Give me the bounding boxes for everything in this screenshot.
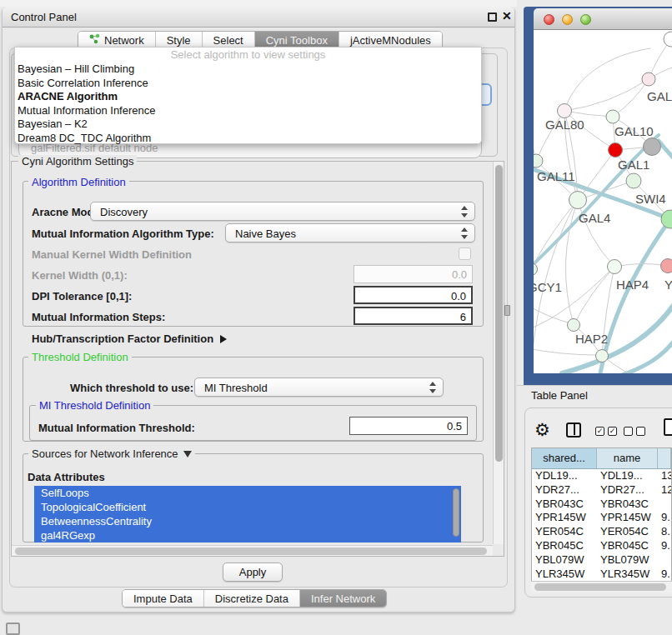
dpi-tolerance-field[interactable]: 0.0 [354, 286, 473, 304]
mi-steps-label: Mutual Information Steps: [32, 311, 165, 323]
network-node-gcy1[interactable] [534, 263, 538, 276]
attribute-item-selfloops[interactable]: SelfLoops [34, 486, 461, 500]
expander-right-icon [220, 335, 227, 343]
stepper-icon [461, 206, 469, 218]
network-node-node-green[interactable] [661, 210, 672, 228]
panel-divider-handle[interactable] [504, 305, 510, 316]
settings-vertical-scrollbar-thumb[interactable] [495, 165, 503, 462]
which-threshold-label: Which threshold to use: [70, 382, 193, 394]
attribute-item-betweennesscentrality[interactable]: BetweennessCentrality [34, 514, 461, 528]
settings-vertical-scrollbar[interactable] [493, 162, 504, 544]
network-node-gal1[interactable] [609, 143, 623, 158]
table-row[interactable]: YBR045CYBR045C9. [532, 539, 671, 553]
close-traffic-light-icon[interactable] [544, 14, 554, 25]
float-window-icon[interactable] [488, 12, 497, 22]
mi-algorithm-type-label: Mutual Information Algorithm Type: [32, 228, 214, 240]
close-icon[interactable]: ✕ [502, 9, 512, 22]
table-row[interactable]: YPR145WYPR145W9. [532, 511, 671, 525]
minimize-traffic-light-icon[interactable] [562, 14, 573, 25]
algorithm-option-bayesian-hill-climbing[interactable]: Bayesian – Hill Climbing [15, 62, 481, 77]
tab-select[interactable]: Select [203, 32, 255, 48]
tab-style[interactable]: Style [156, 32, 203, 48]
hub-definition-expander[interactable]: Hub/Transcription Factor Definition [32, 332, 227, 345]
table-header-row: shared...name [532, 448, 671, 469]
table-horizontal-scrollbar[interactable] [531, 581, 672, 592]
network-node-swi4[interactable] [626, 173, 641, 188]
deselect-all-checkboxes-icon[interactable] [624, 427, 645, 436]
zoom-traffic-light-icon[interactable] [580, 14, 591, 25]
algorithm-option-bayesian-k2[interactable]: Bayesian – K2 [15, 118, 481, 132]
table-cell: 13 [658, 469, 671, 483]
tab-jactivemnodules[interactable]: jActiveMNodules [339, 32, 442, 48]
aracne-mode-combo[interactable]: Discovery [90, 202, 475, 221]
attribute-item-topologicalcoefficient[interactable]: TopologicalCoefficient [34, 500, 461, 514]
network-node-node-bottom[interactable] [596, 350, 609, 362]
mi-threshold-field[interactable]: 0.5 [349, 417, 468, 435]
network-node-label-gcy1: GCY1 [534, 280, 562, 294]
table-row[interactable]: YLR345WYLR345W9. [532, 568, 671, 581]
gear-icon[interactable]: ⚙ [534, 419, 550, 441]
settings-horizontal-scrollbar-thumb[interactable] [15, 548, 487, 555]
tab-cyni-toolbox[interactable]: Cyni Toolbox [255, 32, 339, 48]
network-node-hap2[interactable] [568, 319, 580, 332]
network-node-node-salmon[interactable] [661, 259, 672, 273]
network-node-gal-partial[interactable] [642, 72, 655, 86]
column-header-name[interactable]: name [597, 448, 658, 469]
column-header-col2[interactable] [658, 448, 671, 469]
table-cell: YBR043C [597, 498, 658, 512]
table-horizontal-scrollbar-thumb[interactable] [534, 583, 666, 591]
table-row[interactable]: YDR27...YDR27...12 [532, 483, 671, 498]
unchecked-box-icon [624, 427, 633, 436]
table-cell: YDL19... [597, 469, 658, 483]
tab-network[interactable]: Network [78, 32, 156, 48]
column-header-shared[interactable]: shared... [532, 448, 597, 469]
bottom-tab-impute-data[interactable]: Impute Data [123, 590, 204, 607]
bottom-tabs: Impute DataDiscretize DataInfer Network [122, 589, 387, 608]
attributes-scrollbar-thumb[interactable] [453, 488, 459, 537]
network-node-hap4[interactable] [608, 260, 622, 274]
control-panel-title: Control Panel [11, 11, 77, 23]
data-attributes-list[interactable]: SelfLoopsTopologicalCoefficientBetweenne… [34, 486, 461, 542]
bottom-tab-infer-network[interactable]: Infer Network [300, 590, 386, 607]
network-node-gal11[interactable] [534, 154, 543, 168]
network-edge-thick [600, 219, 670, 373]
mi-algorithm-type-combo[interactable]: Naive Bayes [225, 223, 475, 242]
network-node-gal10[interactable] [606, 110, 619, 123]
columns-icon[interactable] [566, 422, 581, 438]
network-edge [578, 200, 614, 267]
algorithm-option-mutual-information-inference[interactable]: Mutual Information Inference [15, 104, 481, 118]
network-node-node-gray[interactable] [644, 138, 661, 156]
table-cell: YLR345W [532, 568, 597, 581]
select-all-checkboxes-icon[interactable]: ✓ ✓ [595, 427, 617, 436]
mi-steps-field[interactable]: 6 [354, 307, 473, 325]
sources-title[interactable]: Sources for Network Inference [28, 448, 195, 460]
table-row[interactable]: YBL079WYBL079W [532, 553, 671, 568]
network-canvas[interactable]: GALGAL80GAL10GAL1GAL11SWI4GAL4GCY1HAP4YH… [534, 30, 672, 373]
algorithm-option-basic-correlation-inference[interactable]: Basic Correlation Inference [15, 77, 481, 91]
table-cell: 9. [658, 511, 671, 525]
table-cell: YPR145W [532, 511, 597, 525]
apply-button[interactable]: Apply [223, 562, 283, 582]
algorithm-option-dream8-dc-tdc-algorithm[interactable]: Dream8 DC_TDC Algorithm [15, 132, 481, 146]
manual-kernel-checkbox[interactable] [459, 248, 471, 260]
attribute-item-gal4rgexp[interactable]: gal4RGexp [34, 528, 461, 542]
table-row[interactable]: YDL19...YDL19...13 [532, 469, 671, 483]
which-threshold-combo[interactable]: MI Threshold [194, 378, 444, 397]
network-node-gal4[interactable] [569, 192, 587, 209]
bottom-tab-discretize-data[interactable]: Discretize Data [204, 590, 300, 607]
threshold-definition-title: Threshold Definition [28, 351, 132, 363]
table-row[interactable]: YBR043CYBR043C [532, 498, 671, 512]
table-panel-separator [517, 385, 672, 386]
sources-title-label: Sources for Network Inference [32, 448, 178, 460]
table-row[interactable]: YER054CYER054C8. [532, 525, 671, 539]
network-node-gal80[interactable] [558, 104, 572, 118]
settings-horizontal-scrollbar[interactable] [12, 545, 493, 556]
dpi-tolerance-label: DPI Tolerance [0,1]: [32, 290, 132, 302]
network-node-node-top-right[interactable] [664, 32, 672, 47]
algorithm-option-aracne-algorithm[interactable]: ARACNE Algorithm [15, 90, 481, 104]
table-rows: YDL19...YDL19...13YDR27...YDR27...12YBR0… [532, 469, 671, 581]
network-graph: GALGAL80GAL10GAL1GAL11SWI4GAL4GCY1HAP4YH… [534, 30, 672, 373]
kernel-width-field[interactable]: 0.0 [354, 265, 473, 283]
import-table-icon[interactable] [664, 418, 672, 436]
collapsed-panel-icon[interactable] [6, 622, 20, 635]
